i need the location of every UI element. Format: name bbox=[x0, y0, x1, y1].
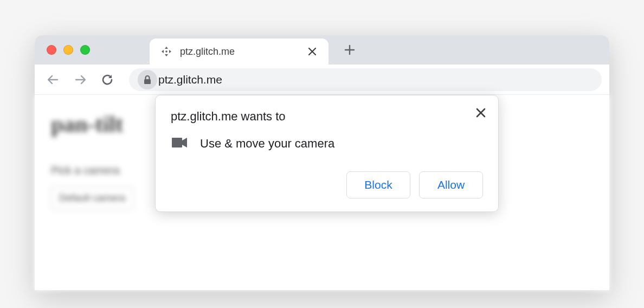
window-controls bbox=[47, 45, 90, 55]
svg-rect-6 bbox=[144, 79, 151, 84]
close-icon bbox=[308, 47, 317, 56]
browser-tab[interactable]: ptz.glitch.me bbox=[150, 39, 329, 65]
svg-marker-2 bbox=[162, 50, 164, 53]
site-info-button[interactable] bbox=[138, 70, 157, 89]
new-tab-button[interactable] bbox=[338, 39, 361, 61]
address-bar[interactable]: ptz.glitch.me bbox=[129, 68, 602, 91]
close-tab-button[interactable] bbox=[307, 46, 318, 57]
minimize-window-button[interactable] bbox=[63, 45, 73, 55]
block-button[interactable]: Block bbox=[346, 171, 410, 198]
toolbar: ptz.glitch.me bbox=[35, 65, 609, 95]
arrow-right-icon bbox=[73, 73, 87, 87]
camera-select[interactable]: Default camera bbox=[51, 187, 133, 210]
svg-marker-1 bbox=[165, 54, 168, 56]
permission-row: Use & move your camera bbox=[171, 137, 483, 151]
allow-button[interactable]: Allow bbox=[419, 171, 483, 198]
reload-button[interactable] bbox=[96, 69, 118, 91]
svg-marker-0 bbox=[165, 47, 168, 49]
tab-title: ptz.glitch.me bbox=[180, 46, 298, 57]
permission-prompt: ptz.glitch.me wants to Use & move your c… bbox=[155, 95, 499, 212]
svg-marker-3 bbox=[169, 50, 171, 53]
camera-icon bbox=[172, 137, 187, 150]
maximize-window-button[interactable] bbox=[80, 45, 90, 55]
svg-marker-8 bbox=[182, 138, 187, 147]
plus-icon bbox=[344, 44, 356, 56]
browser-window: ptz.glitch.me bbox=[35, 35, 609, 290]
tab-strip: ptz.glitch.me bbox=[35, 35, 609, 65]
reload-icon bbox=[101, 73, 114, 86]
back-button[interactable] bbox=[42, 69, 64, 91]
move-icon bbox=[160, 46, 172, 57]
prompt-actions: Block Allow bbox=[171, 171, 483, 198]
prompt-origin-text: ptz.glitch.me wants to bbox=[171, 110, 483, 124]
permission-text: Use & move your camera bbox=[200, 137, 334, 151]
svg-rect-7 bbox=[172, 138, 182, 147]
svg-point-4 bbox=[165, 50, 168, 53]
forward-button[interactable] bbox=[69, 69, 91, 91]
close-icon bbox=[476, 108, 486, 118]
url-text: ptz.glitch.me bbox=[158, 73, 222, 86]
close-window-button[interactable] bbox=[47, 45, 56, 55]
arrow-left-icon bbox=[46, 73, 60, 87]
dismiss-prompt-button[interactable] bbox=[473, 105, 488, 120]
lock-icon bbox=[143, 75, 152, 85]
